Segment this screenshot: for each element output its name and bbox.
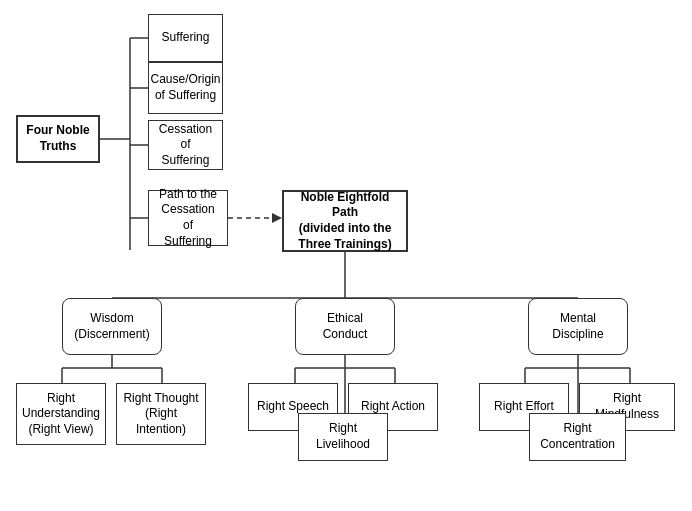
wisdom-node: Wisdom (Discernment) <box>62 298 162 355</box>
cessation-node: Cessation of Suffering <box>148 120 223 170</box>
right-thought-node: Right Thought (Right Intention) <box>116 383 206 445</box>
right-livelihood-node: Right Livelihood <box>298 413 388 461</box>
four-noble-truths-node: Four Noble Truths <box>16 115 100 163</box>
noble-eightfold-node: Noble Eightfold Path (divided into the T… <box>282 190 408 252</box>
diagram: Four Noble Truths Suffering Cause/Origin… <box>0 0 692 511</box>
mental-discipline-node: Mental Discipline <box>528 298 628 355</box>
suffering-node: Suffering <box>148 14 223 62</box>
cause-origin-node: Cause/Origin of Suffering <box>148 62 223 114</box>
right-concentration-node: Right Concentration <box>529 413 626 461</box>
svg-marker-7 <box>272 213 282 223</box>
ethical-conduct-node: Ethical Conduct <box>295 298 395 355</box>
path-cessation-node: Path to the Cessation of Suffering <box>148 190 228 246</box>
right-understanding-node: Right Understanding (Right View) <box>16 383 106 445</box>
